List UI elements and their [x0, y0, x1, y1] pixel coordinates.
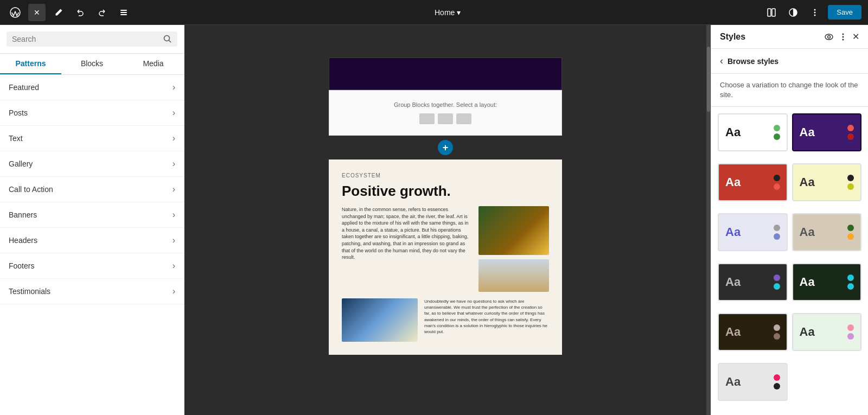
group-blocks-placeholder: Group Blocks together. Select a layout:	[329, 90, 562, 136]
sidebar-item-posts[interactable]: Posts ›	[0, 100, 184, 126]
sidebar-item-banners[interactable]: Banners ›	[0, 202, 184, 228]
chevron-right-icon: ›	[173, 82, 175, 92]
style-card-yellow[interactable]: Aa	[792, 163, 862, 201]
add-block-button[interactable]: +	[438, 140, 453, 155]
style-dot-1	[847, 274, 854, 281]
layout-option-2[interactable]	[438, 113, 453, 124]
style-card-purple[interactable]: Aa	[792, 113, 862, 151]
sidebar-item-testimonials[interactable]: Testimonials ›	[0, 279, 184, 304]
sidebar-item-label: Text	[9, 134, 23, 143]
close-panel-button[interactable]: ✕	[852, 31, 859, 42]
sidebar-item-gallery[interactable]: Gallery ›	[0, 151, 184, 177]
style-dot-1	[774, 225, 780, 231]
theme-toggle-button[interactable]	[784, 4, 802, 21]
coast-image	[342, 298, 418, 342]
style-dot-2	[774, 383, 780, 390]
layout-option-1[interactable]	[419, 113, 435, 124]
svg-point-7	[814, 9, 816, 10]
style-aa-label: Aa	[800, 125, 815, 139]
sidebar-item-label: Headers	[9, 236, 37, 245]
save-button[interactable]: Save	[828, 5, 861, 20]
style-dots	[774, 274, 780, 290]
tab-patterns[interactable]: Patterns	[0, 54, 61, 74]
style-card-light-gray[interactable]: Aa	[718, 363, 788, 401]
style-dots	[774, 324, 780, 340]
edit-pen-button[interactable]	[50, 4, 67, 21]
style-dot-2	[774, 233, 780, 240]
svg-point-10	[164, 36, 170, 41]
search-icon-button[interactable]	[163, 35, 172, 43]
svg-point-8	[814, 11, 816, 13]
chevron-right-icon: ›	[173, 235, 175, 245]
layout-option-3[interactable]	[456, 113, 471, 124]
sidebar-item-footers[interactable]: Footers ›	[0, 253, 184, 279]
image-stack	[478, 206, 549, 292]
style-dots	[847, 274, 854, 290]
sidebar-item-label: Posts	[9, 108, 28, 117]
style-card-pastel[interactable]: Aa	[792, 313, 862, 351]
style-card-default[interactable]: Aa	[718, 113, 788, 151]
style-dot-2	[774, 333, 780, 340]
style-dot-1	[774, 274, 780, 281]
sidebar-item-call-to-action[interactable]: Call to Action ›	[0, 177, 184, 202]
canvas-scrollbar[interactable]	[706, 25, 711, 415]
sidebar-item-featured[interactable]: Featured ›	[0, 75, 184, 100]
style-card-lavender[interactable]: Aa	[718, 213, 788, 251]
right-panel-title: Styles	[720, 32, 745, 42]
style-card-red[interactable]: Aa	[718, 163, 788, 201]
tab-blocks[interactable]: Blocks	[61, 54, 123, 74]
more-options-button[interactable]	[806, 4, 824, 21]
style-aa-label: Aa	[800, 275, 815, 289]
search-container	[0, 25, 184, 54]
list-view-button[interactable]	[115, 4, 132, 21]
bottom-row: Undoubtedly we have no questions to ask …	[342, 298, 549, 342]
style-dots	[847, 225, 854, 240]
content-two-col: Nature, in the common sense, refers to e…	[342, 206, 549, 292]
style-dot-1	[774, 374, 780, 381]
undo-button[interactable]	[72, 4, 89, 21]
svg-line-11	[169, 41, 171, 43]
svg-point-9	[814, 14, 816, 16]
style-dot-1	[774, 125, 780, 131]
page-header-block[interactable]	[329, 58, 562, 90]
browse-styles-header: ‹ Browse styles	[711, 49, 868, 74]
tab-media[interactable]: Media	[123, 54, 184, 74]
style-card-dark-gray[interactable]: Aa	[718, 263, 788, 301]
style-dot-2	[774, 133, 780, 140]
wp-logo[interactable]	[7, 4, 24, 21]
sidebar-item-text[interactable]: Text ›	[0, 126, 184, 151]
style-card-tan[interactable]: Aa	[792, 213, 862, 251]
page-content-block[interactable]: ECOSYSTEM Positive growth. Nature, in th…	[329, 159, 562, 355]
sidebar-item-headers[interactable]: Headers ›	[0, 228, 184, 253]
style-dots	[774, 125, 780, 140]
eye-icon-button[interactable]	[824, 32, 834, 42]
redo-button[interactable]	[93, 4, 111, 21]
more-options-icon-button[interactable]	[838, 32, 848, 42]
chevron-right-icon: ›	[173, 261, 175, 271]
home-button[interactable]: Home ▾	[435, 8, 461, 17]
toolbar-center: Home ▾	[137, 8, 758, 17]
style-dots	[847, 175, 854, 190]
back-button[interactable]: ‹	[720, 55, 723, 67]
search-input[interactable]	[12, 35, 159, 43]
svg-point-12	[825, 34, 833, 40]
forest-image	[478, 206, 549, 255]
layout-toggle-button[interactable]	[763, 4, 780, 21]
style-dot-2	[847, 183, 854, 190]
style-card-dark-green[interactable]: Aa	[792, 263, 862, 301]
style-dot-1	[774, 175, 780, 181]
style-aa-label: Aa	[725, 225, 741, 239]
close-editor-button[interactable]: ✕	[28, 4, 46, 21]
style-dots	[774, 175, 780, 190]
style-card-dark-brown[interactable]: Aa	[718, 313, 788, 351]
styles-grid: Aa Aa Aa	[711, 107, 868, 415]
style-aa-label: Aa	[725, 375, 741, 389]
svg-rect-1	[120, 10, 127, 11]
canvas-content: Group Blocks together. Select a layout: …	[184, 25, 706, 415]
style-dot-1	[847, 175, 854, 181]
page-frame: Group Blocks together. Select a layout: …	[329, 58, 562, 355]
svg-rect-3	[120, 14, 127, 15]
chevron-right-icon: ›	[173, 210, 175, 220]
search-input-wrapper	[7, 31, 177, 47]
group-layout-options	[340, 113, 551, 124]
